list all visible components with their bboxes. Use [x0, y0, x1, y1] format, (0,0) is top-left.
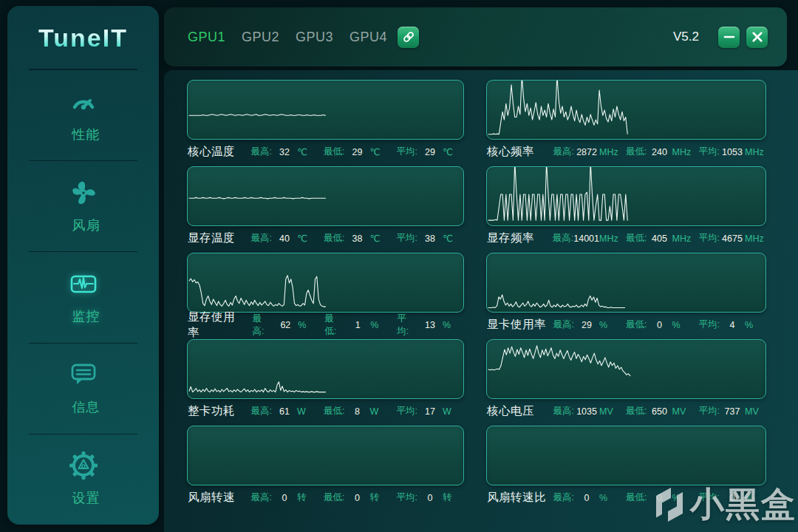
stat-min-value: 0 — [345, 493, 370, 503]
stat-avg-value: 1053 — [720, 147, 745, 157]
stat-min-unit: % — [672, 320, 693, 330]
sidebar-item-monitor[interactable]: 监控 — [7, 251, 159, 342]
tab-gpu4[interactable]: GPU4 — [349, 30, 387, 45]
stat-avg-value: 0 — [417, 493, 443, 503]
stat-max-label: 最高: — [553, 491, 574, 504]
chart-trace — [487, 167, 763, 225]
link-gpus-button[interactable] — [398, 27, 419, 48]
gear-icon — [69, 451, 98, 480]
stat-avg-value: 737 — [720, 406, 745, 417]
chart-meta: 风扇转速比 最高: 0 % 最低: 0 % 平均: 0 % — [486, 490, 766, 505]
stat-max-unit: W — [297, 406, 318, 417]
chart-meta: 整卡功耗 最高: 61 W 最低: 8 W 平均: 17 W — [187, 403, 464, 419]
chart-stats: 最高: 0 转 最低: 0 转 平均: 0 转 — [245, 491, 463, 504]
stat-avg-unit: MV — [745, 406, 765, 417]
stat-max-value: 40 — [272, 233, 297, 244]
chart-stats: 最高: 29 % 最低: 0 % 平均: 4 % — [548, 318, 765, 331]
app-logo-text: TuneIT — [38, 24, 128, 52]
stat-min-value: 29 — [345, 147, 370, 157]
stat-min-value: 38 — [345, 233, 370, 244]
minimize-button[interactable] — [718, 27, 740, 48]
sidebar-item-label: 性能 — [72, 126, 100, 143]
chart-panel — [187, 426, 464, 485]
chart-card: 风扇转速比 最高: 0 % 最低: 0 % 平均: 0 % — [486, 426, 766, 505]
stat-max-unit: % — [599, 493, 620, 503]
chart-card: 核心温度 最高: 32 ℃ 最低: 29 ℃ 平均: 29 ℃ — [187, 80, 464, 160]
chart-meta: 核心频率 最高: 2872 MHz 最低: 240 MHz 平均: 1053 M… — [486, 144, 766, 160]
chart-stats: 最高: 32 ℃ 最低: 29 ℃ 平均: 29 ℃ — [245, 146, 463, 158]
tab-gpu3[interactable]: GPU3 — [296, 30, 333, 45]
stat-avg-value: 38 — [417, 233, 443, 244]
sidebar-item-label: 监控 — [72, 307, 100, 325]
chart-trace — [188, 253, 463, 312]
stat-max-value: 61 — [272, 406, 297, 417]
header-bar: GPU1 GPU2 GPU3 GPU4 V5.2 — [164, 7, 787, 66]
chart-trace — [487, 426, 763, 485]
stat-avg-unit: ℃ — [443, 146, 463, 157]
chart-trace — [188, 426, 463, 485]
stat-max-label: 最高: — [251, 232, 272, 245]
stat-avg-unit: W — [443, 406, 463, 417]
sidebar-item-fan[interactable]: 风扇 — [7, 160, 159, 251]
chart-trace — [487, 340, 763, 398]
chart-meta: 核心温度 最高: 32 ℃ 最低: 29 ℃ 平均: 29 ℃ — [187, 144, 464, 160]
stat-min-unit: MHz — [672, 233, 693, 244]
stat-min-unit: MV — [672, 406, 693, 417]
chart-panel — [486, 426, 766, 485]
stat-max-unit: ℃ — [297, 233, 318, 244]
chart-stats: 最高: 14001 MHz 最低: 405 MHz 平均: 4675 MHz — [547, 232, 765, 245]
sidebar-item-settings[interactable]: 设置 — [7, 434, 159, 525]
chart-panel — [187, 253, 464, 313]
stat-avg-label: 平均: — [397, 491, 417, 504]
stat-min-label: 最低: — [324, 491, 344, 504]
stat-avg-label: 平均: — [397, 405, 417, 417]
stat-avg-label: 平均: — [397, 146, 417, 158]
app-logo: TuneIT — [7, 6, 159, 69]
stat-min-label: 最低: — [324, 313, 345, 338]
stat-avg-label: 平均: — [699, 318, 720, 331]
close-button[interactable] — [746, 27, 768, 48]
stat-max-value: 32 — [272, 147, 297, 157]
chart-meta: 显存频率 最高: 14001 MHz 最低: 405 MHz 平均: 4675 … — [486, 231, 766, 246]
chart-card: 显存温度 最高: 40 ℃ 最低: 38 ℃ 平均: 38 ℃ — [187, 166, 464, 246]
stat-avg-label: 平均: — [699, 405, 720, 417]
stat-max-value: 62 — [273, 320, 298, 330]
tab-gpu1[interactable]: GPU1 — [188, 30, 225, 45]
stat-avg-value: 29 — [417, 147, 443, 157]
stat-max-label: 最高: — [251, 491, 272, 504]
chart-meta: 显卡使用率 最高: 29 % 最低: 0 % 平均: 4 % — [486, 317, 766, 332]
stat-max-label: 最高: — [553, 405, 574, 417]
stat-avg-unit: % — [745, 320, 765, 330]
sidebar: TuneIT 性能 风扇 监控 — [7, 6, 159, 525]
gauge-icon — [69, 87, 98, 117]
chart-title: 核心电压 — [487, 403, 534, 419]
chart-title: 风扇转速比 — [487, 490, 546, 505]
stat-min-unit: % — [370, 320, 391, 330]
chart-card: 核心电压 最高: 1035 MV 最低: 650 MV 平均: 737 MV — [486, 339, 766, 419]
chart-meta: 显存使用率 最高: 62 % 最低: 1 % 平均: 13 % — [187, 317, 464, 332]
sidebar-item-performance[interactable]: 性能 — [7, 69, 159, 160]
chart-title: 风扇转速 — [188, 490, 235, 505]
window-controls — [718, 27, 768, 48]
stat-max-value: 14001 — [573, 233, 599, 244]
close-icon — [751, 30, 764, 44]
stat-avg-unit: 转 — [443, 491, 463, 504]
chart-card: 显存频率 最高: 14001 MHz 最低: 405 MHz 平均: 4675 … — [486, 166, 766, 246]
chart-stats: 最高: 40 ℃ 最低: 38 ℃ 平均: 38 ℃ — [245, 232, 463, 245]
chart-card: 显存使用率 最高: 62 % 最低: 1 % 平均: 13 % — [187, 253, 464, 332]
stat-min-label: 最低: — [626, 405, 647, 417]
chart-stats: 最高: 2872 MHz 最低: 240 MHz 平均: 1053 MHz — [548, 146, 765, 158]
fan-icon — [69, 178, 98, 208]
stat-min-value: 0 — [647, 493, 672, 503]
sidebar-item-info[interactable]: 信息 — [7, 343, 159, 434]
stat-avg-value: 0 — [720, 493, 745, 503]
chart-trace — [188, 340, 463, 398]
stat-max-label: 最高: — [553, 318, 574, 331]
chart-trace — [487, 253, 763, 312]
stat-max-label: 最高: — [553, 232, 573, 245]
chart-card: 整卡功耗 最高: 61 W 最低: 8 W 平均: 17 W — [187, 339, 464, 419]
chart-panel — [486, 166, 766, 226]
link-icon — [402, 30, 415, 44]
tab-gpu2[interactable]: GPU2 — [242, 30, 279, 45]
stat-avg-label: 平均: — [397, 232, 417, 245]
